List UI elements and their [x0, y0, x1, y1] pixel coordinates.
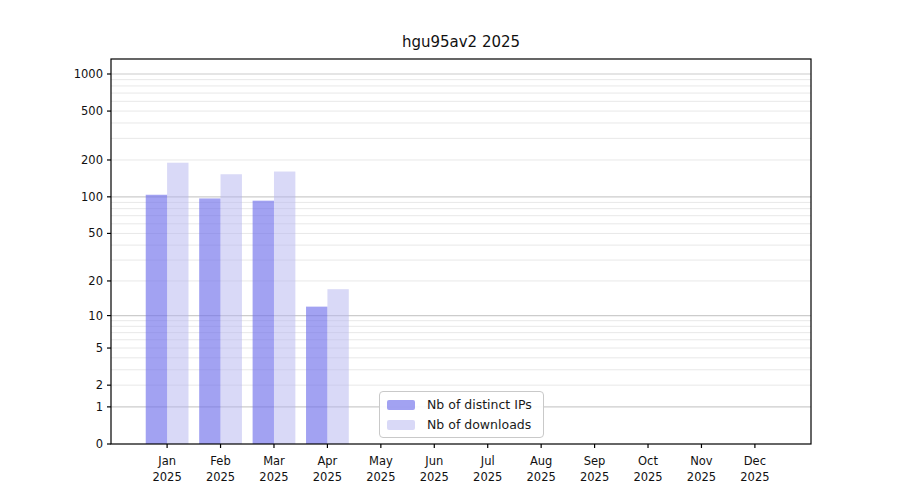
- y-tick-label: 1000: [74, 67, 103, 81]
- y-tick-label: 100: [81, 190, 103, 204]
- x-tick-label-year: 2025: [259, 470, 288, 484]
- bar-series1-apr: [327, 289, 348, 444]
- bar-series0-mar: [253, 201, 274, 444]
- bar-series0-jan: [146, 195, 167, 444]
- x-tick-label-month: Jan: [157, 454, 176, 468]
- x-tick-label-year: 2025: [687, 470, 716, 484]
- x-tick-label-month: Sep: [584, 454, 606, 468]
- y-tick-label: 500: [81, 104, 103, 118]
- legend-item-distinct-ips: Nb of distinct IPs: [387, 397, 535, 412]
- x-tick-label-month: Oct: [638, 454, 658, 468]
- x-tick-label-year: 2025: [527, 470, 556, 484]
- legend-label-downloads: Nb of downloads: [427, 417, 531, 432]
- x-tick-label-year: 2025: [420, 470, 449, 484]
- x-tick-label-year: 2025: [473, 470, 502, 484]
- x-tick-label-month: Jun: [424, 454, 443, 468]
- y-tick-label: 10: [88, 309, 103, 323]
- x-tick-label-year: 2025: [580, 470, 609, 484]
- bar-series1-mar: [274, 172, 295, 444]
- legend-item-downloads: Nb of downloads: [387, 417, 535, 432]
- bar-series1-jan: [167, 163, 188, 444]
- legend-label-distinct-ips: Nb of distinct IPs: [427, 397, 532, 412]
- y-tick-label: 0: [96, 437, 103, 451]
- bar-series1-feb: [221, 174, 242, 444]
- x-tick-label-month: Jul: [480, 454, 495, 468]
- legend-swatch-downloads: [387, 420, 415, 430]
- y-tick-label: 1: [96, 400, 103, 414]
- x-tick-label-month: Nov: [690, 454, 713, 468]
- x-tick-label-month: Mar: [263, 454, 285, 468]
- x-tick-label-year: 2025: [740, 470, 769, 484]
- x-tick-label-month: Feb: [210, 454, 230, 468]
- x-tick-label-year: 2025: [313, 470, 342, 484]
- y-tick-label: 20: [88, 274, 103, 288]
- x-tick-label-year: 2025: [206, 470, 235, 484]
- x-tick-label-year: 2025: [633, 470, 662, 484]
- bar-series0-apr: [306, 307, 327, 444]
- y-tick-label: 50: [88, 226, 103, 240]
- legend: Nb of distinct IPs Nb of downloads: [379, 391, 544, 438]
- legend-swatch-distinct-ips: [387, 400, 415, 410]
- y-tick-label: 5: [96, 341, 103, 355]
- x-tick-label-year: 2025: [366, 470, 395, 484]
- bar-series0-feb: [199, 198, 220, 444]
- x-tick-label-month: Aug: [530, 454, 552, 468]
- y-tick-label: 200: [81, 153, 103, 167]
- x-tick-label-month: May: [369, 454, 393, 468]
- x-tick-label-month: Apr: [317, 454, 337, 468]
- x-tick-label-month: Dec: [744, 454, 766, 468]
- figure: hgu95av2 2025 01251020501002005001000Jan…: [0, 0, 900, 500]
- y-tick-label: 2: [96, 378, 103, 392]
- x-tick-label-year: 2025: [152, 470, 181, 484]
